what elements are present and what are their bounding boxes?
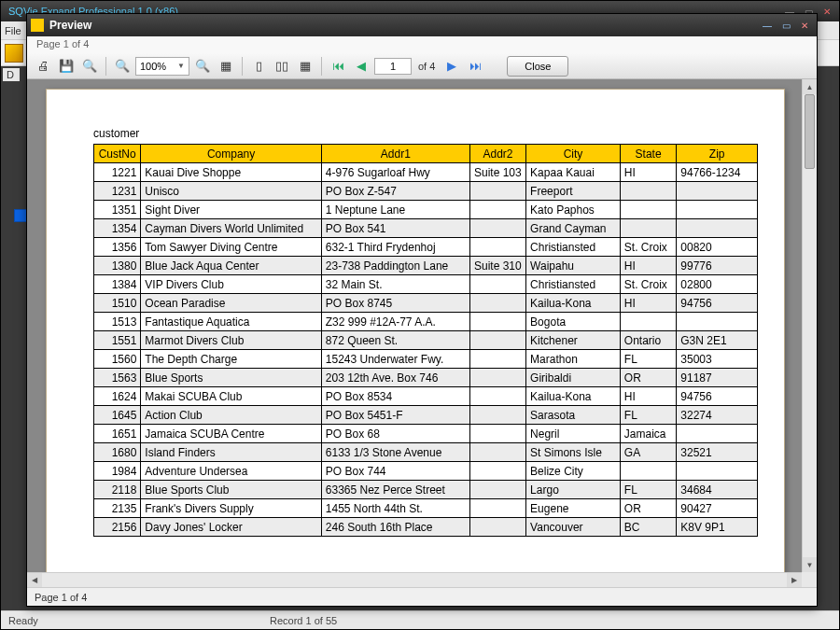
table-cell: 246 South 16th Place — [321, 518, 469, 537]
preview-close-button[interactable]: ✕ — [796, 19, 813, 32]
table-row: 1563Blue Sports203 12th Ave. Box 746Giri… — [94, 369, 758, 387]
zoom-out-button[interactable]: 🔍 — [112, 56, 133, 77]
main-close-button[interactable]: ✕ — [819, 5, 835, 18]
print-button[interactable]: 🖨 — [33, 56, 53, 77]
table-cell: PO Box 68 — [321, 425, 469, 443]
table-cell: Negril — [526, 425, 621, 443]
scroll-right-icon[interactable]: ▶ — [787, 573, 802, 587]
table-cell — [469, 219, 525, 238]
first-page-button[interactable]: ⏮ — [328, 56, 348, 77]
close-preview-button[interactable]: Close — [507, 56, 568, 77]
table-cell: 1651 — [94, 425, 141, 443]
table-row: 1351Sight Diver1 Neptune LaneKato Paphos — [94, 201, 758, 219]
preview-maximize-button[interactable]: ▭ — [777, 19, 794, 32]
scroll-down-icon[interactable]: ▼ — [803, 557, 817, 572]
table-cell: 1624 — [94, 387, 141, 406]
table-cell — [469, 387, 525, 406]
table-cell: Christiansted — [526, 238, 621, 257]
preview-minimize-button[interactable]: — — [759, 19, 776, 32]
column-header: Company — [141, 145, 321, 163]
table-cell: Christiansted — [526, 275, 621, 294]
preview-titlebar[interactable]: Preview — ▭ ✕ — [27, 14, 817, 36]
preview-viewport: customer CustNoCompanyAddr1Addr2CityStat… — [27, 79, 817, 587]
table-cell: Z32 999 #12A-77 A.A. — [321, 313, 469, 331]
table-cell — [469, 518, 525, 537]
next-page-button[interactable]: ▶ — [441, 56, 462, 77]
table-cell: St. Croix — [620, 275, 676, 294]
menu-file[interactable]: File — [5, 25, 21, 36]
zoom-in-button[interactable]: 🔍 — [192, 56, 213, 77]
table-cell: Freeport — [526, 182, 621, 201]
table-cell: FL — [620, 350, 676, 369]
single-page-button[interactable]: ▯ — [248, 56, 269, 77]
main-statusbar: Ready Record 1 of 55 — [1, 610, 839, 629]
table-cell: 1680 — [94, 443, 141, 462]
column-header: Addr1 — [321, 145, 469, 163]
column-header: City — [526, 145, 621, 163]
preview-appicon — [31, 19, 44, 32]
table-cell — [469, 350, 525, 369]
table-cell — [469, 369, 525, 387]
table-cell: Largo — [526, 481, 621, 499]
table-row: 1354Cayman Divers World UnlimitedPO Box … — [94, 219, 758, 238]
save-button[interactable]: 💾 — [56, 56, 77, 77]
toolbar-sep — [105, 57, 106, 76]
zoom-combo[interactable]: 100%▼ — [135, 57, 189, 76]
table-cell: G3N 2E1 — [677, 331, 758, 350]
table-row: 1513Fantastique AquaticaZ32 999 #12A-77 … — [94, 313, 758, 331]
scroll-left-icon[interactable]: ◀ — [27, 573, 42, 587]
status-record: Record 1 of 55 — [270, 615, 337, 626]
scroll-corner — [802, 572, 817, 587]
table-cell: PO Box 8534 — [321, 387, 469, 406]
preview-window: Preview — ▭ ✕ Page 1 of 4 🖨 💾 🔍 🔍 100%▼ … — [26, 13, 818, 607]
cube-icon[interactable] — [5, 44, 23, 63]
table-cell — [469, 425, 525, 443]
table-cell: 1560 — [94, 350, 141, 369]
last-page-button[interactable]: ⏭ — [465, 56, 485, 77]
table-row: 2156Davy Jones' Locker246 South 16th Pla… — [94, 518, 758, 537]
table-cell: 15243 Underwater Fwy. — [321, 350, 469, 369]
report-page: customer CustNoCompanyAddr1Addr2CityStat… — [46, 89, 785, 587]
table-cell: Marathon — [526, 350, 621, 369]
table-cell: Giribaldi — [526, 369, 621, 387]
table-cell: 91187 — [677, 369, 758, 387]
table-cell: Ontario — [620, 331, 676, 350]
table-cell: FL — [620, 406, 676, 425]
table-cell: 1510 — [94, 294, 141, 313]
table-cell: PO Box 5451-F — [321, 406, 469, 425]
table-cell: Jamaica SCUBA Centre — [141, 425, 321, 443]
table-row: 1984Adventure UnderseaPO Box 744Belize C… — [94, 462, 758, 481]
table-row: 2135Frank's Divers Supply1455 North 44th… — [94, 499, 758, 518]
table-cell — [469, 294, 525, 313]
table-row: 1624Makai SCUBA ClubPO Box 8534Kailua-Ko… — [94, 387, 758, 406]
table-cell: 1351 — [94, 201, 141, 219]
table-cell: Action Club — [141, 406, 321, 425]
table-cell: Makai SCUBA Club — [141, 387, 321, 406]
table-cell: 1231 — [94, 182, 141, 201]
scroll-up-icon[interactable]: ▲ — [803, 79, 817, 94]
table-row: 1551Marmot Divers Club872 Queen St.Kitch… — [94, 331, 758, 350]
fit-page-button[interactable]: ▦ — [216, 56, 236, 77]
table-cell: OR — [620, 369, 676, 387]
table-row: 2118Blue Sports Club63365 Nez Perce Stre… — [94, 481, 758, 499]
table-cell: 35003 — [677, 350, 758, 369]
table-cell — [677, 462, 758, 481]
multi-page-button[interactable]: ▦ — [295, 56, 315, 77]
table-cell: Marmot Divers Club — [141, 331, 321, 350]
table-cell: 1984 — [94, 462, 141, 481]
table-cell: Kitchener — [526, 331, 621, 350]
find-button[interactable]: 🔍 — [79, 56, 100, 77]
table-cell: Waipahu — [526, 257, 621, 275]
table-cell: 1380 — [94, 257, 141, 275]
vertical-scrollbar[interactable]: ▲ ▼ — [802, 79, 817, 572]
two-page-button[interactable]: ▯▯ — [272, 56, 292, 77]
prev-page-button[interactable]: ◀ — [351, 56, 371, 77]
table-cell: Kato Paphos — [526, 201, 621, 219]
table-cell: Kapaa Kauai — [526, 163, 621, 182]
horizontal-scrollbar[interactable]: ◀ ▶ — [27, 572, 802, 587]
table-cell: St Simons Isle — [526, 443, 621, 462]
scroll-thumb[interactable] — [805, 94, 815, 169]
table-cell: 00820 — [677, 238, 758, 257]
page-number-input[interactable] — [374, 58, 412, 75]
table-row: 1680Island Finders6133 1/3 Stone AvenueS… — [94, 443, 758, 462]
